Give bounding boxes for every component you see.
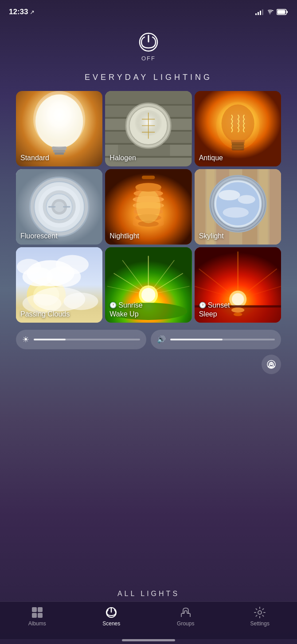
scene-label-skylight: Skylight bbox=[199, 232, 277, 240]
settings-icon bbox=[254, 606, 266, 619]
svg-point-75 bbox=[223, 207, 249, 217]
tab-scenes-label: Scenes bbox=[102, 620, 120, 627]
brightness-icon: ☀ bbox=[22, 335, 29, 344]
tab-bar: Albums Scenes Groups Settings bbox=[0, 601, 297, 639]
power-section[interactable]: OFF bbox=[0, 22, 297, 66]
svg-point-113 bbox=[270, 363, 272, 365]
svg-rect-116 bbox=[38, 607, 43, 612]
svg-point-87 bbox=[63, 292, 98, 310]
location-icon: ↗ bbox=[30, 9, 35, 16]
section-title: EVERYDAY LIGHTING bbox=[0, 66, 297, 91]
scene-label-fluorescent: Fluorescent bbox=[20, 232, 98, 240]
tab-albums[interactable]: Albums bbox=[22, 606, 53, 627]
volume-track[interactable] bbox=[170, 339, 275, 340]
scene-sunset-sleep[interactable]: 🕑 Sunset Sleep bbox=[195, 247, 281, 323]
tab-albums-label: Albums bbox=[28, 620, 46, 627]
scene-nightlight[interactable]: Nightlight bbox=[105, 169, 191, 245]
scene-sunrise-wake-up[interactable]: 🕐 Sunrise Wake Up bbox=[105, 247, 191, 323]
scene-passing-clouds[interactable]: Passing Clouds bbox=[16, 247, 102, 323]
scene-antique[interactable]: Antique bbox=[195, 91, 281, 166]
scene-standard[interactable]: Standard bbox=[16, 91, 102, 166]
volume-icon: 🔊 bbox=[157, 335, 166, 344]
scene-label-passing-clouds: Passing Clouds bbox=[20, 310, 98, 318]
tab-settings-label: Settings bbox=[250, 620, 270, 627]
svg-rect-117 bbox=[32, 613, 37, 618]
brightness-slider[interactable]: ☀ bbox=[16, 330, 146, 349]
tab-scenes[interactable]: Scenes bbox=[96, 606, 127, 627]
battery-icon bbox=[277, 9, 288, 15]
groups-icon bbox=[180, 606, 192, 619]
scene-label-sunrise-wake-up: 🕐 Sunrise Wake Up bbox=[109, 301, 187, 318]
svg-point-38 bbox=[216, 102, 259, 149]
svg-point-84 bbox=[17, 259, 41, 274]
scene-halogen[interactable]: Halogen bbox=[105, 91, 191, 166]
scenes-grid: Standard bbox=[0, 91, 297, 323]
brightness-track[interactable] bbox=[34, 339, 140, 340]
scenes-icon bbox=[105, 606, 117, 619]
svg-point-97 bbox=[141, 288, 155, 302]
svg-point-121 bbox=[258, 611, 262, 614]
status-bar: 12:33 ↗ bbox=[0, 0, 297, 22]
sliders-row: ☀ 🔊 bbox=[0, 330, 297, 349]
albums-icon bbox=[31, 606, 43, 619]
scene-fluorescent[interactable]: Fluorescent bbox=[16, 169, 102, 245]
power-label: OFF bbox=[141, 55, 156, 62]
scene-label-nightlight: Nightlight bbox=[109, 232, 187, 240]
svg-point-59 bbox=[137, 189, 161, 223]
svg-point-9 bbox=[33, 91, 85, 147]
svg-point-74 bbox=[238, 195, 255, 204]
svg-point-73 bbox=[218, 190, 240, 200]
status-time: 12:33 bbox=[9, 8, 28, 16]
svg-point-49 bbox=[35, 183, 83, 230]
tab-groups[interactable]: Groups bbox=[170, 606, 201, 627]
svg-rect-11 bbox=[105, 91, 191, 104]
svg-point-83 bbox=[56, 255, 89, 274]
bottom-section: ALL LIGHTS Albums Scenes Groups bbox=[0, 585, 297, 644]
tab-settings[interactable]: Settings bbox=[244, 606, 275, 627]
tab-groups-label: Groups bbox=[177, 620, 194, 627]
scene-label-standard: Standard bbox=[20, 154, 98, 162]
volume-slider[interactable]: 🔊 bbox=[151, 330, 281, 349]
svg-rect-7 bbox=[53, 150, 65, 153]
cast-button[interactable] bbox=[262, 355, 281, 374]
svg-point-60 bbox=[136, 183, 162, 192]
signal-icon bbox=[255, 9, 263, 15]
svg-rect-51 bbox=[142, 176, 155, 179]
cast-icon bbox=[266, 360, 276, 369]
scene-label-sunset-sleep: 🕑 Sunset Sleep bbox=[199, 301, 277, 318]
cast-row bbox=[0, 355, 297, 374]
home-indicator bbox=[122, 639, 175, 641]
svg-rect-114 bbox=[270, 367, 273, 368]
svg-rect-1 bbox=[277, 10, 285, 14]
svg-rect-115 bbox=[32, 607, 37, 612]
svg-rect-118 bbox=[38, 613, 43, 618]
scene-label-halogen: Halogen bbox=[109, 154, 187, 162]
all-lights-label: ALL LIGHTS bbox=[0, 585, 297, 601]
wifi-icon bbox=[266, 9, 274, 15]
status-icons bbox=[255, 9, 288, 15]
scene-skylight[interactable]: Skylight bbox=[195, 169, 281, 245]
scene-label-antique: Antique bbox=[199, 154, 277, 162]
power-icon[interactable] bbox=[137, 31, 160, 53]
svg-rect-2 bbox=[287, 11, 288, 13]
